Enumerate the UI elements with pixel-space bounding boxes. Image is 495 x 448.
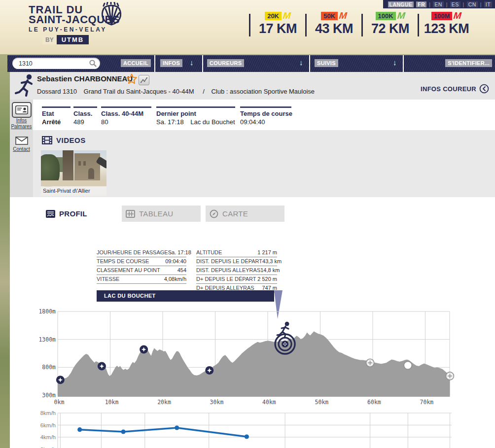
language-separator: | (446, 1, 448, 7)
envelope-icon[interactable] (15, 137, 28, 145)
link-contact[interactable]: Contact (13, 146, 30, 152)
row-label: CLASSEMENT AU POINT (97, 266, 160, 275)
infos-palmares-button[interactable] (12, 102, 32, 118)
search-box[interactable] (12, 58, 100, 69)
table-row: JOUR/HEURE DE PASSAGE Sa. 17:18 (97, 248, 186, 257)
runner-header: Sebastien CHARBONNEAU Dossard 1310 Grand… (10, 72, 495, 100)
stat-classement: Class. 489 (73, 106, 97, 126)
race-badge-100k: 100K (376, 12, 396, 20)
dossard-label: Dossard 1310 (37, 88, 77, 95)
videos-section: VIDEOS Saint-Privat d\'Allier (33, 130, 495, 197)
shell-icon (97, 2, 126, 30)
table-row: D+ DEPUIS LE DÉPART 2 520 m (196, 275, 277, 284)
race-badge-50k: 50K (321, 12, 338, 20)
stat-time: Sa. 17:18 (156, 118, 184, 126)
elevation-chart: 1800m1300m800m300m0km10km20km30km40km50k… (37, 308, 495, 409)
search-input[interactable] (18, 60, 89, 68)
utmb-m-icon: M (339, 11, 348, 20)
race-item-20k[interactable]: 20K M 17 KM (250, 11, 305, 35)
nav-item-infos[interactable]: INFOS (160, 59, 182, 67)
passage-table-left: JOUR/HEURE DE PASSAGE Sa. 17:18 TEMPS DE… (97, 248, 186, 284)
race-distance: 17 KM (259, 22, 297, 35)
utmb-badge: UTMB (57, 35, 89, 44)
tab-profil[interactable]: PROFIL (42, 206, 121, 222)
svg-text:0km: 0km (54, 399, 65, 406)
language-option-cn[interactable]: CN (467, 1, 478, 7)
video-caption: Saint-Privat d\'Allier (41, 186, 106, 196)
svg-text:30km: 30km (210, 399, 224, 406)
row-label: JOUR/HEURE DE PASSAGE (97, 248, 168, 257)
nav-item-accueil[interactable]: ACCUEIL (121, 59, 151, 67)
tab-label: CARTE (222, 209, 248, 218)
language-option-fr[interactable]: FR (416, 1, 426, 7)
language-separator: | (463, 1, 464, 7)
row-value: 454 (177, 266, 186, 275)
race-badge-100m: 100M (431, 12, 453, 20)
utmb-m-icon: M (453, 11, 462, 20)
nav-separator (403, 55, 404, 72)
stat-label: Dernier point (156, 110, 235, 117)
race-item-50k[interactable]: 50K M 43 KM (307, 11, 361, 35)
link-palmares[interactable]: Palmares (11, 124, 32, 130)
language-option-en[interactable]: EN (433, 1, 443, 7)
stat-label: Class. 40-44M (101, 110, 151, 117)
language-separator: | (480, 1, 482, 7)
infos-coureur-link[interactable]: INFOS COUREUR (421, 84, 489, 94)
race-item-100m[interactable]: 100M M 123 KM (419, 11, 474, 35)
svg-text:300m: 300m (42, 392, 56, 399)
race-selector: 20K M 17 KM 50K M 43 KM 100K M 72 KM (249, 11, 474, 36)
tab-label: TABLEAU (139, 209, 173, 218)
race-name: Grand Trail du Saint-Jacques - 40-44M (84, 88, 194, 95)
tab-carte[interactable]: CARTE (206, 206, 284, 222)
nav-separator (202, 55, 203, 72)
profil-chart-icon (46, 210, 55, 218)
table-grid-icon (126, 210, 135, 218)
chevron-down-icon[interactable]: ↓ (393, 58, 397, 67)
sidebar: Infos Palmares Contact (10, 100, 34, 197)
signin-link[interactable]: S'IDENTIFIER... (445, 59, 492, 67)
svg-text:10km: 10km (105, 399, 119, 406)
language-option-es[interactable]: ES (450, 1, 460, 7)
svg-text:800m: 800m (42, 364, 56, 371)
svg-text:8km/h: 8km/h (40, 410, 56, 416)
stat-label: Etat (42, 110, 71, 117)
chevron-down-icon[interactable]: ↓ (190, 58, 194, 67)
row-label: DIST. DEPUIS ALLEYRAS (196, 266, 260, 275)
tab-label: PROFIL (59, 209, 87, 218)
svg-text:2km/h: 2km/h (40, 447, 56, 448)
search-icon[interactable] (89, 59, 97, 68)
back-circle-icon (479, 84, 489, 94)
thumb-ground (41, 180, 106, 186)
language-separator: | (429, 1, 430, 7)
table-row: CLASSEMENT AU POINT 454 (97, 266, 186, 275)
route-toggle-button[interactable] (139, 75, 149, 85)
svg-text:1300m: 1300m (38, 336, 56, 343)
chevron-down-icon[interactable]: ↓ (299, 58, 303, 67)
checkpoint-banner: LAC DU BOUCHET (97, 290, 274, 302)
tab-tableau[interactable]: TABLEAU (122, 206, 201, 222)
language-bar: LANGUE FR | EN | ES | CN | IT (383, 0, 495, 8)
row-value: Sa. 17:18 (168, 248, 191, 257)
utmb-m-icon: M (397, 11, 406, 20)
race-distance: 43 KM (315, 22, 353, 35)
favorite-star-icon[interactable] (126, 73, 137, 86)
row-value: 14,8 km (260, 266, 280, 275)
nav-separator (309, 55, 310, 72)
video-thumbnail[interactable]: Saint-Privat d\'Allier (41, 150, 106, 196)
svg-text:40km: 40km (262, 399, 276, 406)
stat-value: 09:04:40 (240, 118, 291, 126)
passage-table-right: ALTITUDE 1 217 m DIST. DEPUIS LE DÉPART … (196, 248, 277, 293)
svg-text:20km: 20km (157, 399, 171, 406)
row-label: TEMPS DE COURSE (97, 257, 149, 266)
site-header: LANGUE FR | EN | ES | CN | IT TRAIL (0, 0, 495, 54)
link-infos[interactable]: Infos (16, 118, 27, 124)
table-row: DIST. DEPUIS ALLEYRAS 14,8 km (196, 266, 277, 275)
runner-status-band: Etat Arrêté Class. 489 Class. 40-44M 80 … (33, 100, 495, 130)
row-value: 1 217 m (257, 248, 277, 257)
brand-logo[interactable]: TRAIL DU SAINT-JACQUES LE PUY-EN-VELAY B… (29, 5, 137, 44)
row-label: VITESSE (97, 275, 119, 283)
nav-item-coureurs[interactable]: COUREURS (207, 59, 244, 67)
nav-item-suivis[interactable]: SUIVIS (315, 59, 338, 67)
race-item-100k[interactable]: 100K M 72 KM (363, 11, 418, 35)
language-option-it[interactable]: IT (484, 1, 492, 7)
